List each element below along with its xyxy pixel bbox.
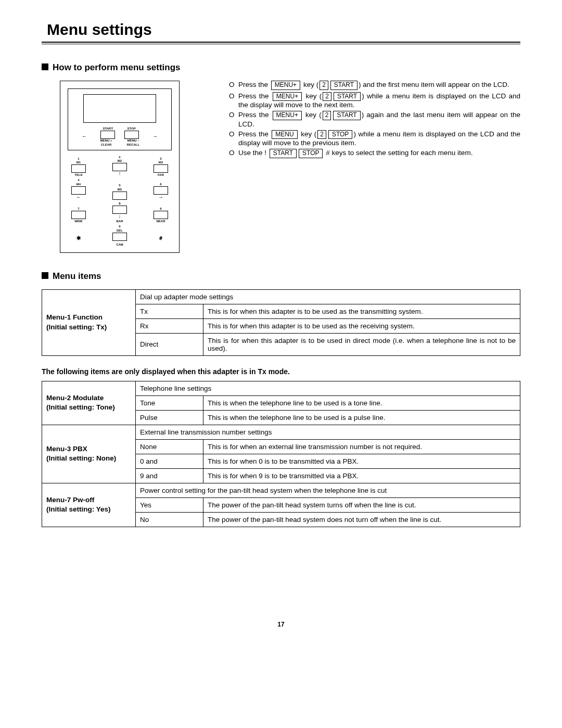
menu1-option: Rx xyxy=(136,318,203,333)
keypad-key: 9NEAR xyxy=(150,207,172,223)
menu1-caption: Dial up adapter mode settings xyxy=(136,289,520,304)
keycap: 2 xyxy=(323,92,331,101)
keycap: 2 xyxy=(320,81,328,90)
menu-desc: This is for when 9 is to be transmitted … xyxy=(203,468,520,483)
keycap: 2 xyxy=(323,111,331,120)
menu-table-2: Menu-2 Modulate(Initial setting: Tone)Te… xyxy=(42,381,520,527)
menu-option: 0 and xyxy=(136,454,203,468)
menu-caption: Telephone line settings xyxy=(136,381,520,395)
keypad-key: 3M3FAR xyxy=(150,157,172,177)
instruction-item: OPress the MENU+ key (2START) again and … xyxy=(229,111,520,128)
keypad-key: 4M4← xyxy=(68,178,90,200)
keypad-key: ✱ xyxy=(68,236,90,241)
instruction-item: OUse the ! STARTSTOP # keys to select th… xyxy=(229,149,520,158)
key-menu-minus-label: MENU – xyxy=(127,139,139,142)
key-recall-label: RECALL xyxy=(127,143,139,146)
key-menu-plus-label: MENU + xyxy=(100,139,112,142)
section-heading-1: How to perform menu settings xyxy=(42,62,520,73)
page-number: 17 xyxy=(42,621,520,628)
square-bullet-icon xyxy=(42,63,48,70)
key-cam-label: CAM xyxy=(68,243,172,246)
instruction-item: OPress the MENU+ key (2START) while a me… xyxy=(229,92,520,109)
menu-desc: This is when the telephone line to be us… xyxy=(203,410,520,425)
menu1-desc: This is for when this adapter is to be u… xyxy=(203,318,520,333)
section-heading-2: Menu items xyxy=(42,271,520,282)
menu-table-1: Menu-1 Function(Initial setting: Tx)Dial… xyxy=(42,289,520,356)
keycap: START xyxy=(334,92,361,101)
menu-header: Menu-7 Pw-off(Initial setting: Yes) xyxy=(42,483,136,527)
keypad-key: ＃ xyxy=(150,236,172,241)
keycap: START xyxy=(333,111,360,120)
keypad-key: 1M1TELE xyxy=(68,157,90,177)
keycap: MENU+ xyxy=(271,81,300,90)
menu-desc: The power of the pan-tilt head system tu… xyxy=(203,497,520,512)
menu1-header: Menu-1 Function(Initial setting: Tx) xyxy=(42,289,136,355)
menu1-option: Direct xyxy=(136,333,203,355)
menu-header: Menu-2 Modulate(Initial setting: Tone) xyxy=(42,381,136,425)
key-clear-label: CLEAR xyxy=(101,143,112,146)
menu-desc: This is for when 0 is to be transmitted … xyxy=(203,454,520,468)
keypad-key: 8↓BAR xyxy=(109,202,131,223)
menu-option: Yes xyxy=(136,497,203,512)
keypad-key: 7WIDE xyxy=(68,207,90,223)
key-start-label: START xyxy=(103,127,113,130)
menu-option: Pulse xyxy=(136,410,203,425)
instruction-item: OPress the MENU+ key (2START) and the fi… xyxy=(229,81,520,90)
keycap: 2 xyxy=(317,130,326,139)
menu-option: 9 and xyxy=(136,468,203,483)
arrow-right-icon: → xyxy=(152,134,158,139)
menu-desc: This is for when an external line transm… xyxy=(203,439,520,454)
menu-option: Tone xyxy=(136,395,203,410)
keypad-diagram: ← START STOP → MENU + MENU – CLEAR RECAL… xyxy=(60,81,180,253)
keycap: START xyxy=(270,149,297,158)
menu-desc: This is when the telephone line to be us… xyxy=(203,395,520,410)
section-heading-1-text: How to perform menu settings xyxy=(53,62,181,72)
key-stop-label: STOP xyxy=(127,127,136,130)
keycap: START xyxy=(330,81,357,90)
section-heading-2-text: Menu items xyxy=(53,271,101,281)
instruction-item: OPress the MENU key (2STOP) while a menu… xyxy=(229,130,520,147)
keycap: MENU xyxy=(272,130,297,139)
menu1-option: Tx xyxy=(136,304,203,318)
title-rule-thick xyxy=(42,42,520,43)
menu-header: Menu-3 PBX(Initial setting: None) xyxy=(42,425,136,483)
menu-caption: External line transmission number settin… xyxy=(136,425,520,439)
keypad-key: 0DEL xyxy=(109,225,131,241)
menu1-desc: This is for when this adapter is to be u… xyxy=(203,333,520,355)
tx-mode-note: The following items are only displayed w… xyxy=(42,367,520,376)
instruction-list: OPress the MENU+ key (2START) and the fi… xyxy=(229,81,520,158)
title-rule-thin xyxy=(42,44,520,44)
lcd-display xyxy=(83,94,156,123)
page-title: Menu settings xyxy=(47,21,520,39)
menu1-desc: This is for when this adapter is to be u… xyxy=(203,304,520,318)
menu-desc: The power of the pan-tilt head system do… xyxy=(203,512,520,527)
menu-option: None xyxy=(136,439,203,454)
keycap: STOP xyxy=(299,149,323,158)
arrow-left-icon: ← xyxy=(82,134,87,139)
keypad-key: 5M5 xyxy=(109,184,131,200)
keypad-key: 2M2↑ xyxy=(109,156,131,177)
key-stop xyxy=(124,131,139,139)
keypad-key: 6→ xyxy=(150,183,172,200)
keycap: MENU+ xyxy=(273,92,302,101)
menu-caption: Power control setting for the pan-tilt h… xyxy=(136,483,520,497)
key-start xyxy=(100,131,115,139)
keycap: MENU+ xyxy=(273,111,302,120)
square-bullet-icon xyxy=(42,272,48,279)
menu-option: No xyxy=(136,512,203,527)
keycap: STOP xyxy=(328,130,352,139)
